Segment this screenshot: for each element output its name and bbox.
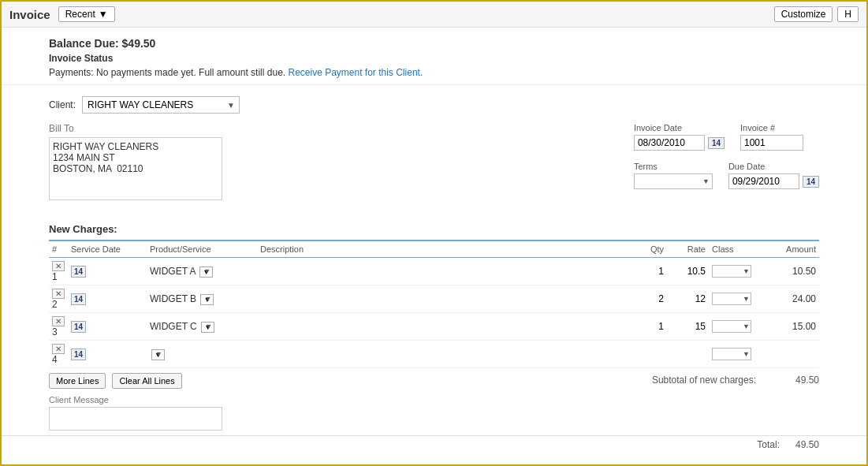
table-row: ✕ 2 14 WIDGET B ▼ bbox=[49, 285, 819, 313]
row2-rate-input[interactable] bbox=[670, 293, 706, 304]
row1-description-input[interactable] bbox=[260, 266, 624, 277]
bill-to-label: Bill To bbox=[49, 123, 222, 134]
row2-class-select[interactable] bbox=[712, 293, 751, 305]
row2-qty-input[interactable] bbox=[632, 293, 664, 304]
invoice-date-input[interactable]: 08/30/2010 bbox=[634, 135, 705, 151]
clear-all-lines-button[interactable]: Clear All Lines bbox=[112, 373, 181, 389]
invoice-number-input[interactable] bbox=[740, 135, 803, 151]
due-date-label: Due Date bbox=[728, 162, 819, 171]
recent-button[interactable]: Recent ▼ bbox=[58, 6, 115, 22]
total-amount: 49.50 bbox=[795, 439, 819, 450]
payments-row: Payments: No payments made yet. Full amo… bbox=[49, 67, 819, 78]
due-date-cal-button[interactable]: 14 bbox=[803, 176, 819, 188]
row4-description-input[interactable] bbox=[260, 349, 624, 360]
client-message-input[interactable] bbox=[49, 407, 222, 431]
row1-product-dropdown[interactable]: ▼ bbox=[199, 267, 213, 278]
invoice-number-label: Invoice # bbox=[740, 123, 803, 132]
customize-button[interactable]: Customize bbox=[774, 6, 833, 22]
client-select[interactable]: RIGHT WAY CLEANERS bbox=[82, 96, 240, 114]
delete-row-2-button[interactable]: ✕ bbox=[52, 289, 65, 299]
subtotal-amount: 49.50 bbox=[772, 375, 819, 386]
bill-to-textarea[interactable]: RIGHT WAY CLEANERS 1234 MAIN ST BOSTON, … bbox=[49, 137, 222, 200]
row3-cal-button[interactable]: 14 bbox=[71, 321, 86, 333]
invoice-date-cal-button[interactable]: 14 bbox=[708, 137, 725, 149]
client-label: Client: bbox=[49, 99, 76, 110]
row2-description-input[interactable] bbox=[260, 293, 624, 304]
page-title: Invoice bbox=[9, 8, 50, 21]
subtotal-label: Subtotal of new charges: bbox=[652, 375, 756, 386]
row3-qty-input[interactable] bbox=[632, 321, 664, 332]
more-lines-button[interactable]: More Lines bbox=[49, 373, 106, 389]
row1-cal-button[interactable]: 14 bbox=[71, 266, 86, 278]
row2-cal-button[interactable]: 14 bbox=[71, 293, 86, 305]
due-date-input[interactable] bbox=[728, 173, 799, 189]
row1-class-select[interactable] bbox=[712, 265, 751, 278]
charges-table: # Service Date Product/Service Descripti… bbox=[49, 240, 819, 368]
row3-product-dropdown[interactable]: ▼ bbox=[201, 322, 214, 333]
row3-description-input[interactable] bbox=[260, 321, 624, 332]
row4-rate-input[interactable] bbox=[670, 349, 706, 360]
h-button[interactable]: H bbox=[837, 6, 859, 22]
row1-qty-input[interactable] bbox=[632, 266, 664, 277]
receive-payment-link[interactable]: Receive Payment for this Client. bbox=[288, 67, 423, 78]
table-row: ✕ 4 14 ▼ bbox=[49, 341, 819, 368]
client-message-label: Client Message bbox=[49, 395, 819, 404]
terms-select[interactable] bbox=[634, 173, 713, 189]
delete-row-3-button[interactable]: ✕ bbox=[52, 316, 65, 326]
balance-due: Balance Due: $49.50 bbox=[49, 37, 819, 50]
delete-row-4-button[interactable]: ✕ bbox=[52, 344, 65, 354]
total-label: Total: bbox=[757, 439, 780, 450]
row4-cal-button[interactable]: 14 bbox=[71, 349, 86, 360]
row4-qty-input[interactable] bbox=[632, 349, 664, 360]
table-row: ✕ 1 14 WIDGET A ▼ bbox=[49, 258, 819, 285]
terms-label: Terms bbox=[634, 162, 713, 171]
invoice-date-label: Invoice Date bbox=[634, 123, 725, 132]
row1-rate-input[interactable] bbox=[670, 266, 706, 277]
row4-class-select[interactable] bbox=[712, 348, 751, 360]
delete-row-1-button[interactable]: ✕ bbox=[52, 261, 65, 271]
table-row: ✕ 3 14 WIDGET C ▼ bbox=[49, 313, 819, 341]
row4-product-dropdown[interactable]: ▼ bbox=[151, 349, 165, 360]
row2-product-dropdown[interactable]: ▼ bbox=[200, 294, 214, 305]
row3-rate-input[interactable] bbox=[670, 321, 706, 332]
invoice-status-label: Invoice Status bbox=[49, 53, 819, 64]
row3-class-select[interactable] bbox=[712, 320, 751, 333]
charges-title: New Charges: bbox=[49, 223, 819, 235]
